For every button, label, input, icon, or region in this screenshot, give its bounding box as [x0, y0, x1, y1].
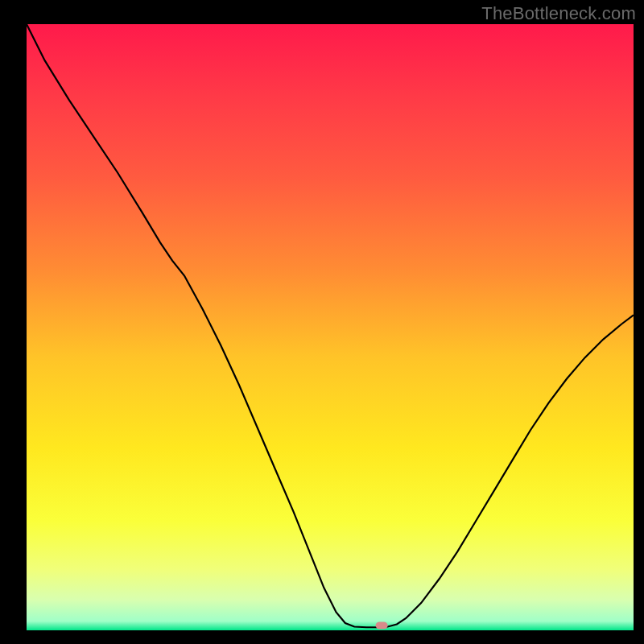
optimum-marker [376, 621, 388, 629]
bottleneck-chart [0, 0, 644, 644]
chart-container: TheBottleneck.com [0, 0, 644, 644]
watermark-text: TheBottleneck.com [481, 3, 636, 24]
plot-background [27, 24, 634, 630]
